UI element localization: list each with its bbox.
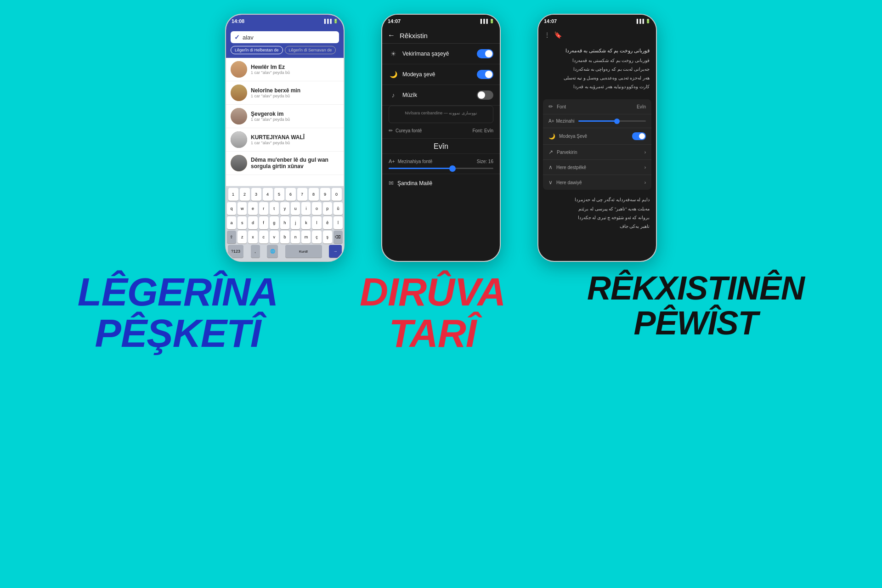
- kb-cedilla-c[interactable]: ç: [312, 231, 321, 243]
- result-title-2: Nelorîne berxê min: [251, 87, 300, 94]
- kb-v[interactable]: v: [270, 231, 279, 243]
- status-bar-2: 14:07 ▐▐▐ 🔋: [382, 15, 500, 28]
- kb-b[interactable]: b: [280, 231, 289, 243]
- font-row[interactable]: ✏ Cureya fontê Font: Evîn: [382, 123, 500, 139]
- kb-3[interactable]: 3: [251, 188, 261, 201]
- kb-globe-icon[interactable]: 🌐: [267, 245, 278, 258]
- kb-c[interactable]: c: [259, 231, 268, 243]
- kb-5[interactable]: 5: [274, 188, 284, 201]
- kb-space[interactable]: Kurdî: [285, 245, 322, 258]
- back-button[interactable]: ←: [388, 31, 395, 40]
- font-size-slider[interactable]: [389, 168, 493, 169]
- dark-mode-label: Modeya şevê: [402, 71, 435, 78]
- kb-u[interactable]: u: [291, 202, 300, 215]
- kb-m[interactable]: m: [301, 231, 311, 243]
- kb-1[interactable]: 1: [228, 188, 238, 201]
- result-1[interactable]: Hewlêr Im Ez 1 car "alav" peyda bû: [226, 58, 344, 81]
- more-line-4: تاهیر یەکی جاف: [545, 223, 650, 230]
- status-icons-1: ▐▐▐ 🔋: [323, 19, 338, 23]
- kb-k[interactable]: k: [301, 216, 311, 229]
- kb-j[interactable]: j: [291, 216, 300, 229]
- kb-6[interactable]: 6: [286, 188, 296, 201]
- kb-i-circ[interactable]: î: [334, 216, 343, 229]
- more-icon[interactable]: ⋮: [544, 31, 550, 39]
- result-5[interactable]: Dêma mu'enber lê du gul wan sorgula girt…: [226, 152, 344, 175]
- search-box[interactable]: ✓ alav: [231, 31, 339, 43]
- popup-start-row[interactable]: ∧ Here destpêkê ›: [543, 160, 651, 175]
- font-display: Evîn: [382, 139, 500, 154]
- kb-g[interactable]: g: [270, 216, 279, 229]
- kb-p[interactable]: p: [323, 202, 332, 215]
- popup-dark-toggle[interactable]: [632, 132, 646, 140]
- label-1-line1: LÊGERÎNA: [78, 271, 278, 312]
- kb-row-numbers: 1 2 3 4 5 6 7 8 9 0: [227, 188, 343, 201]
- label-2-line1: DIRÛVA: [360, 271, 505, 312]
- kb-7[interactable]: 7: [297, 188, 307, 201]
- bottom-section: LÊGERÎNA PÊŞKETÎ DIRÛVA TARÎ RÊKXISTINÊN…: [0, 262, 882, 354]
- toggle-music[interactable]: [477, 90, 493, 100]
- kb-e[interactable]: e: [248, 202, 257, 215]
- kb-cedilla-s[interactable]: ş: [323, 231, 332, 243]
- result-sub-1: 1 car "alav" peyda bû: [251, 70, 290, 75]
- kb-e-circ[interactable]: ê: [323, 216, 332, 229]
- popup-font-slider[interactable]: [578, 120, 646, 122]
- kb-i[interactable]: i: [301, 202, 311, 215]
- kb-comma[interactable]: ,: [251, 245, 260, 258]
- kb-4[interactable]: 4: [263, 188, 273, 201]
- kb-h[interactable]: h: [280, 216, 289, 229]
- popup-start-left: ∧ Here destpêkê: [548, 164, 586, 170]
- label-1-line2: PÊŞKETÎ: [78, 312, 278, 354]
- kb-backspace[interactable]: ⌫: [334, 231, 343, 243]
- popup-slider-fill: [578, 120, 616, 122]
- popup-up-icon: ∧: [548, 164, 553, 170]
- kb-u-circ[interactable]: û: [334, 202, 343, 215]
- result-2[interactable]: Nelorîne berxê min 1 car "alav" peyda bû: [226, 81, 344, 105]
- kb-q[interactable]: q: [227, 202, 236, 215]
- time-3: 14:07: [544, 18, 557, 24]
- popup-font-value: Evîn: [637, 104, 646, 109]
- settings-row-left-2: 🌙 Modeya şevê: [389, 71, 435, 78]
- label-2-line2: TARÎ: [360, 312, 505, 354]
- kb-o[interactable]: o: [312, 202, 321, 215]
- kb-9[interactable]: 9: [320, 188, 330, 201]
- popup-dark-row[interactable]: 🌙 Modeya Şevê: [543, 128, 651, 145]
- kb-r[interactable]: r: [259, 202, 268, 215]
- kb-8[interactable]: 8: [309, 188, 319, 201]
- mail-row[interactable]: ✉ Şandina Mailê: [382, 174, 500, 192]
- result-3[interactable]: Şevgerok im 1 car "alav" peyda bû: [226, 105, 344, 128]
- kb-shift[interactable]: ⇧: [227, 231, 236, 243]
- kb-0[interactable]: 0: [332, 188, 342, 201]
- kb-n[interactable]: n: [291, 231, 300, 243]
- popup-slider-thumb: [614, 119, 620, 124]
- result-4[interactable]: KURTEJIYANA WALÎ 1 car "alav" peyda bû: [226, 128, 344, 152]
- kb-f[interactable]: f: [259, 216, 268, 229]
- kb-d[interactable]: d: [248, 216, 257, 229]
- kb-t[interactable]: t: [270, 202, 279, 215]
- kb-enter[interactable]: →: [329, 245, 342, 258]
- status-icons-3: ▐▐▐ 🔋: [635, 19, 650, 23]
- kb-l[interactable]: l: [312, 216, 321, 229]
- toggle-brightness[interactable]: [477, 49, 493, 58]
- more-line-1: دایم لە سەفەردایە ئەگەر چی لە حەزمردا: [545, 196, 650, 203]
- kb-2[interactable]: 2: [240, 188, 250, 201]
- kb-w[interactable]: w: [237, 202, 247, 215]
- kb-s[interactable]: s: [237, 216, 247, 229]
- toggle-dark[interactable]: [477, 70, 493, 79]
- result-title-3: Şevgerok im: [251, 111, 290, 117]
- tab-sernavan[interactable]: Lêgerîn di Sernavan de: [285, 46, 336, 54]
- phone-search: 14:08 ▐▐▐ 🔋 ✓ alav Lêgerîn di Helbestan …: [225, 14, 345, 262]
- result-sub-2: 1 car "alav" peyda bû: [251, 94, 300, 98]
- popup-share-row[interactable]: ↗ Parvekirin ›: [543, 145, 651, 160]
- popup-font-row[interactable]: ✏ Font Evîn: [543, 99, 651, 114]
- kb-y[interactable]: y: [280, 202, 289, 215]
- bookmark-icon[interactable]: 🔖: [554, 31, 562, 39]
- kb-123[interactable]: ?123: [228, 245, 243, 258]
- reader-more-text: دایم لە سەفەردایە ئەگەر چی لە حەزمردا مە…: [538, 192, 656, 235]
- kb-x[interactable]: x: [248, 231, 257, 243]
- size-row-top: A+ Mezinahiya fontê Size: 16: [389, 158, 493, 164]
- font-label: Cureya fontê: [396, 128, 422, 133]
- popup-end-row[interactable]: ∨ Here dawiyê ›: [543, 175, 651, 190]
- kb-a[interactable]: a: [227, 216, 236, 229]
- kb-z[interactable]: z: [237, 231, 247, 243]
- tab-helbestan[interactable]: Lêgerîn di Helbestan de: [231, 46, 283, 54]
